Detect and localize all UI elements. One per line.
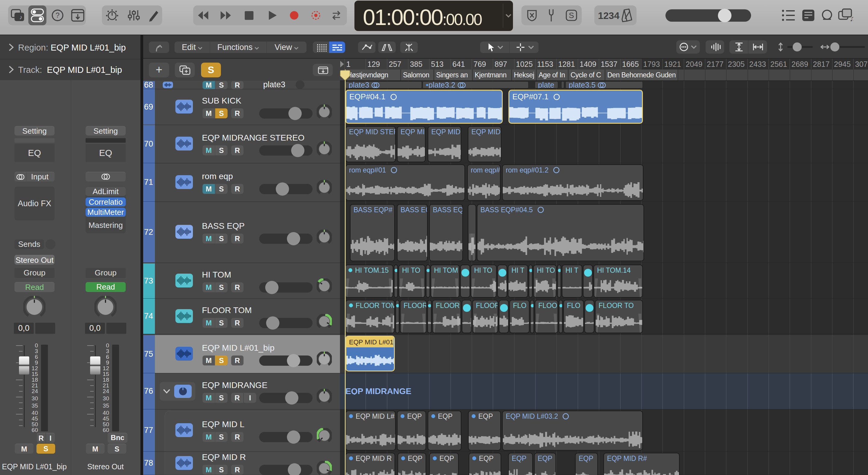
svg-text:S: S (569, 11, 574, 20)
svg-text:♫: ♫ (849, 14, 853, 22)
svg-text:♪: ♪ (19, 14, 22, 21)
svg-text:?: ? (56, 11, 59, 19)
